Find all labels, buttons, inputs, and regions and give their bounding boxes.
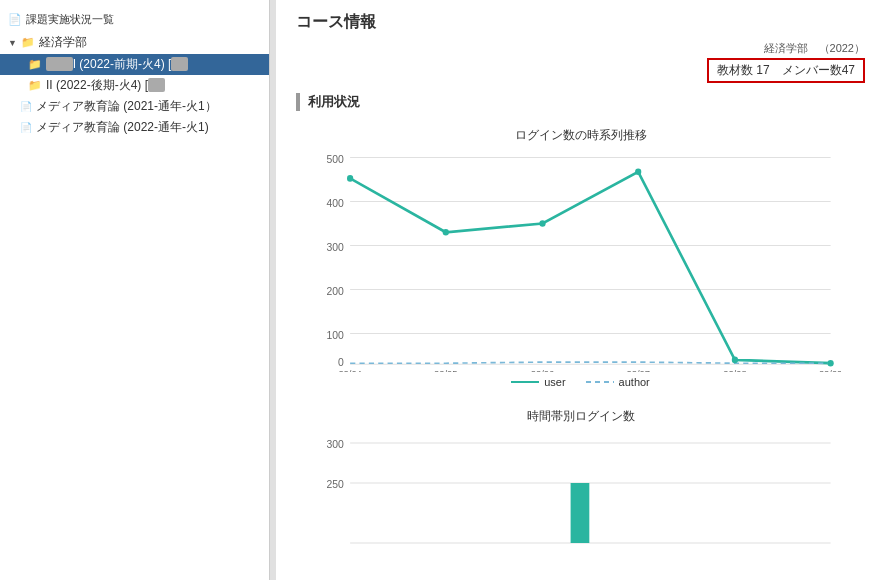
svg-text:22/06: 22/06: [530, 368, 553, 372]
legend-author: author: [586, 376, 650, 388]
svg-text:100: 100: [326, 329, 343, 341]
triangle-icon: ▼: [8, 38, 17, 48]
course-stats-box: 教材数 17 メンバー数47: [707, 58, 865, 83]
chart1-legend: user author: [321, 376, 841, 388]
file-icon: 📄: [8, 13, 22, 26]
chart1-title: ログイン数の時系列推移: [321, 127, 841, 144]
file-icon: 📄: [20, 122, 32, 133]
svg-text:22/07: 22/07: [626, 368, 649, 372]
folder-icon: 📁: [21, 36, 35, 49]
svg-text:500: 500: [326, 153, 343, 165]
chart2-svg: 300 250: [321, 433, 841, 553]
svg-text:22/09: 22/09: [818, 368, 840, 372]
chart1-svg: 500 400 300 200 100 0 22/04 22/05 22/06: [321, 152, 841, 372]
main-content: コース情報 経済学部 （2022） 教材数 17 メンバー数47 利用状況 ログ…: [276, 0, 885, 580]
svg-point-20: [539, 220, 545, 227]
svg-text:300: 300: [326, 439, 344, 450]
file-icon: 📄: [20, 101, 32, 112]
chart2-area: 300 250: [321, 433, 841, 553]
svg-text:300: 300: [326, 241, 343, 253]
svg-text:0: 0: [338, 356, 344, 368]
login-timeseries-chart: ログイン数の時系列推移 500 400 300 200 100 0: [321, 127, 841, 388]
sidebar: 📄 課題実施状況一覧 ▼ 📁 経済学部 📁 I (2022-前期-火4) [ 📁…: [0, 0, 270, 580]
svg-text:22/04: 22/04: [338, 368, 362, 372]
folder-icon: 📁: [28, 58, 42, 71]
sidebar-title: 📄 課題実施状況一覧: [0, 8, 269, 31]
usage-label: 利用状況: [296, 93, 865, 111]
svg-rect-30: [570, 483, 589, 543]
svg-point-19: [442, 229, 448, 236]
svg-text:200: 200: [326, 285, 343, 297]
chart2-title: 時間帯別ログイン数: [321, 408, 841, 425]
svg-text:250: 250: [326, 479, 344, 490]
author-line-icon: [586, 377, 614, 387]
sidebar-item-course1[interactable]: 📁 I (2022-前期-火4) [: [0, 54, 269, 75]
login-hourly-chart: 時間帯別ログイン数 300 250: [321, 408, 841, 553]
course-info-header: 経済学部 （2022） 教材数 17 メンバー数47: [296, 41, 865, 83]
sidebar-section-economics[interactable]: ▼ 📁 経済学部: [0, 31, 269, 54]
legend-user: user: [511, 376, 565, 388]
svg-point-18: [347, 175, 353, 182]
sidebar-item-course3[interactable]: 📄 メディア教育論 (2021-通年-火1）: [0, 96, 269, 117]
page-title: コース情報: [296, 12, 865, 33]
svg-text:22/08: 22/08: [723, 368, 746, 372]
sidebar-item-course4[interactable]: 📄 メディア教育論 (2022-通年-火1): [0, 117, 269, 138]
folder-icon: 📁: [28, 79, 42, 92]
sidebar-item-course2[interactable]: 📁 II (2022-後期-火4) [: [0, 75, 269, 96]
svg-point-23: [827, 360, 833, 367]
course-meta: 経済学部 （2022） 教材数 17 メンバー数47: [707, 41, 865, 83]
svg-text:22/05: 22/05: [434, 368, 457, 372]
svg-point-21: [635, 169, 641, 176]
chart1-area: 500 400 300 200 100 0 22/04 22/05 22/06: [321, 152, 841, 372]
course-dept: 経済学部 （2022）: [707, 41, 865, 56]
svg-text:400: 400: [326, 197, 343, 209]
svg-point-22: [731, 357, 737, 364]
user-line-icon: [511, 381, 539, 383]
